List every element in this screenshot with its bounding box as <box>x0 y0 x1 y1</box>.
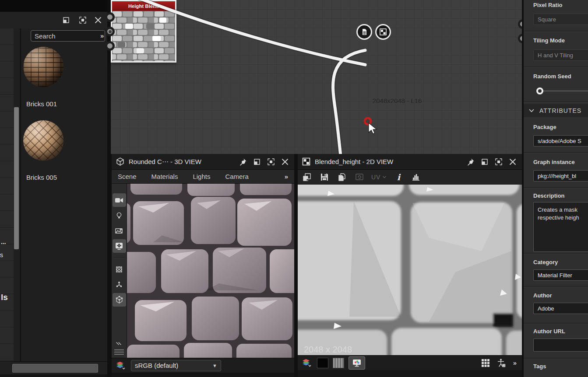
graph-instance-label: Graph instance <box>533 159 588 165</box>
3d-view-header[interactable]: Rounded C⋯ - 3D VIEW <box>112 154 294 170</box>
uv-mode-dropdown[interactable]: UV <box>371 172 387 182</box>
3d-view-menubar: Scene Materials Lights Camera » <box>112 170 294 184</box>
random-seed-slider-knob[interactable] <box>536 87 543 94</box>
maximize-icon[interactable] <box>494 157 503 167</box>
group-separator <box>524 31 588 32</box>
menu-materials[interactable]: Materials <box>151 173 178 180</box>
environment-button[interactable] <box>113 224 126 237</box>
toolbar-separator <box>114 257 125 258</box>
axis-gizmo-button[interactable] <box>113 278 126 291</box>
2d-view-toolbar: UV i <box>298 170 522 185</box>
colorspace-value: sRGB (default) <box>135 362 178 369</box>
attributes-section-header[interactable]: ATTRIBUTES <box>524 104 588 117</box>
drag-connection-indicator <box>365 118 371 124</box>
image-refresh-icon[interactable] <box>354 172 365 182</box>
section-title: ATTRIBUTES <box>539 107 581 114</box>
node-resolution-label: 2048x2048 - L16 <box>364 97 430 105</box>
resize-grip[interactable] <box>114 349 124 355</box>
menu-scene[interactable]: Scene <box>118 173 137 180</box>
chevron-down-icon: ▼ <box>212 363 217 368</box>
group-separator <box>524 101 588 102</box>
close-icon[interactable] <box>508 157 518 167</box>
truncated-side-list[interactable]: ... s ls <box>0 28 14 361</box>
menu-camera[interactable]: Camera <box>225 173 248 180</box>
group-separator <box>524 152 588 154</box>
grid-icon <box>481 359 490 367</box>
save-icon[interactable] <box>319 172 330 182</box>
close-icon[interactable] <box>280 157 290 167</box>
video-camera-icon <box>115 196 123 204</box>
3d-view-bottom-bar: sRGB (default) ▼ <box>112 358 294 373</box>
graph-canvas[interactable]: Height Blend <box>111 0 522 154</box>
library-item-bricks001[interactable] <box>23 47 63 87</box>
library-item-label: Bricks 001 <box>26 100 57 108</box>
channels-layers-icon[interactable] <box>115 360 127 371</box>
close-icon[interactable] <box>93 15 103 25</box>
3d-viewport[interactable] <box>127 184 294 358</box>
info-button[interactable]: i <box>393 172 404 182</box>
wireframe-square-icon <box>115 265 123 273</box>
copy-icon[interactable] <box>336 172 348 182</box>
pixel-ratio-select[interactable]: Square <box>533 14 588 25</box>
maximize-icon[interactable] <box>266 157 276 167</box>
float-window-icon[interactable] <box>61 15 71 25</box>
menu-lights[interactable]: Lights <box>193 173 210 180</box>
tiling-grid-button[interactable] <box>480 358 491 368</box>
3d-view-panel: Rounded C⋯ - 3D VIEW Scene Materials Lig… <box>112 154 294 377</box>
display-settings-button[interactable] <box>113 239 126 253</box>
pin-icon[interactable] <box>238 157 248 167</box>
tiling-mode-select[interactable]: H and V Tiling <box>533 49 588 61</box>
lighting-button[interactable] <box>113 209 126 222</box>
material-sphere-thumbnail[interactable] <box>23 47 63 87</box>
2d-view-bottom-bar: » <box>298 355 522 370</box>
author-field[interactable]: Adobe <box>533 303 588 314</box>
menu-overflow-icon[interactable]: » <box>285 173 288 180</box>
search-expand-icon[interactable]: » <box>100 32 104 39</box>
graph-instance-field[interactable]: pkg:///height_bl <box>533 170 588 182</box>
pixel-ratio-value: Square <box>538 16 556 23</box>
library-item-bricks005[interactable] <box>23 120 63 161</box>
float-window-icon[interactable] <box>252 157 262 167</box>
description-textarea[interactable]: Creates a mask respective heigh <box>533 202 588 252</box>
2d-viewport[interactable]: 2048 x 2048 <box>298 185 522 355</box>
rgb-display-button[interactable] <box>349 356 365 370</box>
pixel-ratio-label: Pixel Ratio <box>533 2 588 8</box>
search-input[interactable] <box>31 30 105 42</box>
category-field[interactable]: Material Filter <box>533 269 588 281</box>
gray-stripe-background-swatch[interactable] <box>333 358 344 368</box>
group-separator <box>524 358 588 359</box>
node-doc-badge[interactable] <box>356 24 372 40</box>
float-window-icon[interactable] <box>480 157 489 167</box>
vertical-scrollbar[interactable] <box>14 107 19 249</box>
overflow-icon[interactable]: » <box>513 359 517 367</box>
mannequin-size-button[interactable] <box>496 358 507 368</box>
ground-plane-button[interactable] <box>113 262 126 276</box>
geometry-button[interactable] <box>113 293 126 307</box>
author-url-field[interactable] <box>533 339 588 352</box>
collapse-chevrons-icon[interactable] <box>116 342 123 347</box>
random-seed-slider-track[interactable] <box>543 91 588 91</box>
resolution-watermark: 2048 x 2048 <box>304 345 352 354</box>
camera-view-button[interactable] <box>113 193 126 207</box>
panel-bottom-edge <box>112 373 294 377</box>
black-background-swatch[interactable] <box>317 358 328 368</box>
package-label: Package <box>533 124 588 130</box>
truncated-label: ls <box>1 293 8 302</box>
app-window: Height Blend <box>0 0 588 377</box>
histogram-button[interactable] <box>410 172 422 182</box>
maximize-icon[interactable] <box>78 15 88 25</box>
node-2dview-badge[interactable] <box>375 24 391 40</box>
pin-icon[interactable] <box>466 157 475 167</box>
horizontal-scrollbar[interactable] <box>12 364 98 373</box>
display-images-button[interactable] <box>301 172 313 182</box>
channels-layers-icon[interactable] <box>301 358 313 368</box>
colorspace-select[interactable]: sRGB (default) ▼ <box>131 360 221 371</box>
monitor-rgb-icon <box>352 359 362 367</box>
package-field[interactable]: s/adobe/Adobe S <box>533 135 588 147</box>
axis-gizmo-icon <box>115 281 123 289</box>
attributes-panel: Pixel Ratio Square Tiling Mode H and V T… <box>522 0 588 377</box>
material-sphere-thumbnail[interactable] <box>23 120 63 161</box>
2d-view-header[interactable]: Blended_height - 2D VIEW <box>298 154 522 170</box>
package-value: s/adobe/Adobe S <box>538 138 581 144</box>
truncated-label: ... <box>1 238 6 245</box>
